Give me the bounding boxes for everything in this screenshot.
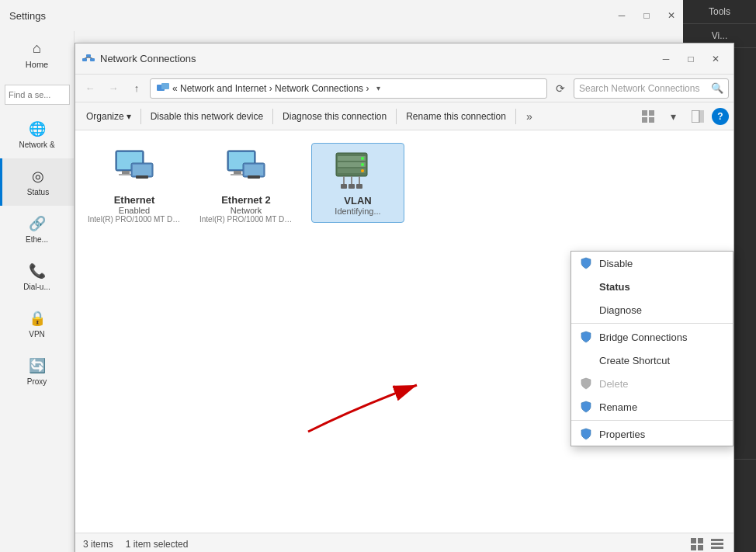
ethernet2-status: Network <box>231 206 262 215</box>
toolbar-sep-4 <box>515 109 516 124</box>
ethernet-adapter-icon <box>109 149 159 189</box>
svg-rect-8 <box>649 110 654 116</box>
nc-minimize-btn[interactable]: ─ <box>654 48 678 70</box>
svg-rect-19 <box>136 175 148 179</box>
settings-minimize-btn[interactable]: ─ <box>610 5 633 26</box>
settings-sidebar: ⌂ Home 🌐 Network & ◎ Status 🔗 Ethe... 📞 … <box>0 31 75 552</box>
ethernet-name: Ethernet <box>114 194 155 206</box>
details-pane-btn[interactable] <box>687 106 709 127</box>
refresh-btn[interactable]: ⟳ <box>550 78 570 99</box>
svg-rect-42 <box>698 538 703 543</box>
forward-btn[interactable]: → <box>103 78 123 99</box>
nc-content: Ethernet Enabled Intel(R) PRO/1000 MT De… <box>75 130 733 533</box>
search-placeholder: Search Network Connections <box>579 83 708 94</box>
network-connections-window: Network Connections ─ □ ✕ ← → ↑ « Networ… <box>75 43 734 552</box>
breadcrumb-bar[interactable]: « Network and Internet › Network Connect… <box>150 78 547 99</box>
settings-search-input[interactable] <box>5 85 70 105</box>
nc-titlebar: Network Connections ─ □ ✕ <box>75 43 733 75</box>
sidebar-proxy-label: Proxy <box>27 377 47 386</box>
home-icon: ⌂ <box>33 40 41 57</box>
ctx-diagnose-icon <box>579 303 593 317</box>
breadcrumb-icon <box>157 83 169 94</box>
sidebar-item-proxy[interactable]: 🔄 Proxy <box>0 348 74 395</box>
back-btn[interactable]: ← <box>80 78 100 99</box>
ctx-rename-label: Rename <box>599 401 637 413</box>
view-options-btn[interactable] <box>637 106 659 127</box>
svg-rect-18 <box>133 165 151 175</box>
svg-point-32 <box>361 163 364 166</box>
ctx-delete-label: Delete <box>599 378 629 390</box>
ctx-bridge-shield-icon <box>579 330 593 344</box>
sidebar-item-vpn[interactable]: 🔒 VPN <box>0 300 74 348</box>
adapter-ethernet2[interactable]: Ethernet 2 Network Intel(R) PRO/1000 MT … <box>199 143 293 230</box>
up-btn[interactable]: ↑ <box>127 78 147 99</box>
vlan-name: VLAN <box>344 195 371 207</box>
nc-maximize-btn[interactable]: □ <box>679 48 702 70</box>
adapter-ethernet[interactable]: Ethernet Enabled Intel(R) PRO/1000 MT De… <box>88 143 181 230</box>
adapter-vlan[interactable]: VLAN Identifying... <box>311 143 404 223</box>
statusbar-grid-view-btn[interactable] <box>688 536 706 553</box>
ctx-diagnose[interactable]: Diagnose <box>571 298 733 321</box>
nc-statusbar: 3 items 1 item selected <box>75 533 733 552</box>
statusbar-list-view-btn[interactable] <box>709 536 726 553</box>
ctx-properties-shield-icon <box>579 427 593 441</box>
details-pane-icon <box>692 110 704 123</box>
search-icon[interactable]: 🔍 <box>711 82 723 94</box>
svg-line-4 <box>88 57 92 58</box>
ctx-rename-shield-icon <box>579 400 593 414</box>
ctx-shortcut[interactable]: Create Shortcut <box>571 349 733 372</box>
sidebar-item-home[interactable]: ⌂ Home <box>0 31 74 78</box>
disable-label: Disable this network device <box>151 111 263 122</box>
ctx-rename[interactable]: Rename <box>571 395 733 418</box>
sidebar-item-dialup[interactable]: 📞 Dial-u... <box>0 253 74 300</box>
settings-title: Settings <box>9 10 46 22</box>
ethernet2-name: Ethernet 2 <box>221 194 271 206</box>
ctx-disable-shield-icon <box>579 256 593 270</box>
nc-window-icon <box>81 52 95 66</box>
right-panel-tools[interactable]: Tools <box>683 0 756 24</box>
sidebar-ethernet-label: Ethe... <box>26 235 48 244</box>
organize-btn[interactable]: Organize ▾ <box>80 106 137 127</box>
ctx-bridge[interactable]: Bridge Connections <box>571 325 733 349</box>
ctx-status-icon <box>579 279 593 293</box>
sidebar-home-label: Home <box>26 60 48 69</box>
annotation-arrow <box>293 377 448 439</box>
help-btn[interactable]: ? <box>712 108 729 125</box>
breadcrumb-dropdown-btn[interactable]: ▾ <box>372 82 384 95</box>
ctx-disable-label: Disable <box>599 258 633 269</box>
search-box: Search Network Connections 🔍 <box>574 78 729 99</box>
ethernet2-adapter-icon <box>221 149 271 189</box>
vlan-adapter-icon <box>333 150 383 190</box>
status-icon: ◎ <box>32 168 44 185</box>
ctx-sep-2 <box>571 420 733 421</box>
toolbar-sep-2 <box>272 109 273 124</box>
context-menu: Disable Status Diagnose Bridge Conn <box>570 251 733 446</box>
view-options-icon <box>642 110 654 123</box>
statusbar-selected: 1 item selected <box>126 539 189 550</box>
vlan-status: Identifying... <box>335 207 380 216</box>
disable-device-btn[interactable]: Disable this network device <box>144 106 269 127</box>
ctx-shortcut-icon <box>579 353 593 367</box>
ctx-properties[interactable]: Properties <box>571 422 733 446</box>
toolbar-more-btn[interactable]: » <box>519 106 539 127</box>
toolbar-right: ▾ ? <box>637 106 729 127</box>
svg-rect-11 <box>692 110 699 123</box>
ctx-properties-label: Properties <box>599 429 645 440</box>
sidebar-item-status[interactable]: ◎ Status <box>0 158 74 206</box>
sidebar-item-ethernet[interactable]: 🔗 Ethe... <box>0 206 74 253</box>
settings-maximize-btn[interactable]: □ <box>635 5 658 26</box>
diagnose-btn[interactable]: Diagnose this connection <box>276 106 393 127</box>
view-dropdown-btn[interactable]: ▾ <box>662 106 684 127</box>
rename-btn[interactable]: Rename this connection <box>400 106 512 127</box>
sidebar-item-network[interactable]: 🌐 Network & <box>0 111 74 158</box>
settings-titlebar: Settings ─ □ ✕ <box>0 0 683 31</box>
svg-rect-46 <box>711 543 723 545</box>
statusbar-view-buttons <box>688 536 726 553</box>
ctx-status-label: Status <box>599 281 630 293</box>
ctx-status[interactable]: Status <box>571 275 733 298</box>
svg-rect-23 <box>231 174 244 175</box>
ctx-disable[interactable]: Disable <box>571 252 733 275</box>
svg-rect-6 <box>161 83 169 89</box>
nc-close-btn[interactable]: ✕ <box>704 48 727 70</box>
settings-close-btn[interactable]: ✕ <box>660 5 683 26</box>
